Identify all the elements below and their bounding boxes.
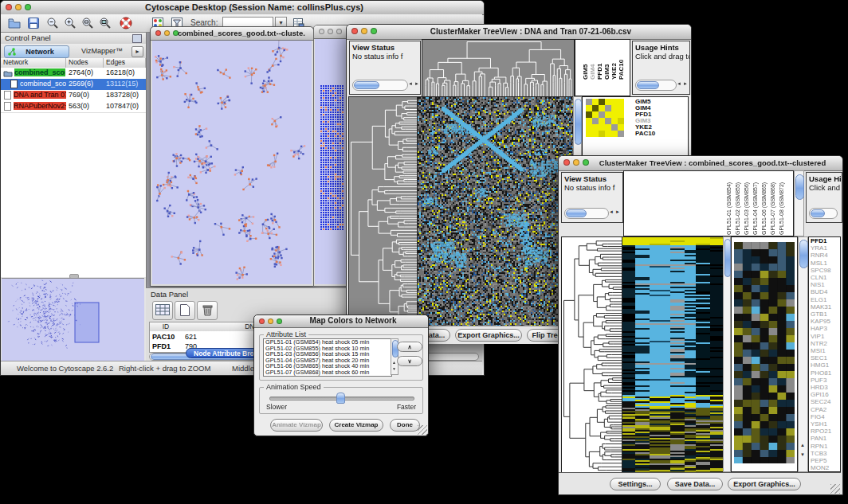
- network-row[interactable]: RNAPuberNov2+I 563(0) 107847(0): [1, 101, 146, 112]
- treeview1-column-dendrogram[interactable]: [422, 39, 575, 98]
- scroll-left-arrow[interactable]: ◄: [408, 81, 413, 86]
- done-button[interactable]: Done: [390, 419, 420, 432]
- view-status-scrollbar[interactable]: [564, 208, 609, 219]
- network-view-canvas[interactable]: [152, 41, 312, 284]
- table-cell-id[interactable]: PFD1: [152, 342, 171, 350]
- tab-network[interactable]: Network: [4, 45, 69, 58]
- export-graphics-button[interactable]: Export Graphics...: [455, 329, 522, 342]
- network-row[interactable]: DNA and Tran 07 769(0) 183728(0): [1, 90, 146, 101]
- id-column-header[interactable]: ID: [150, 322, 183, 331]
- scroll-right-arrow[interactable]: ►: [615, 209, 620, 214]
- speed-slider-thumb[interactable]: [336, 393, 345, 404]
- resize-grip[interactable]: [830, 484, 840, 494]
- background-network-view[interactable]: [315, 39, 347, 284]
- open-folder-icon[interactable]: [7, 16, 22, 30]
- resize-grip[interactable]: [418, 425, 427, 435]
- background-network-window[interactable]: [313, 25, 348, 287]
- zoom-out-icon[interactable]: [45, 16, 60, 30]
- background-network-canvas[interactable]: [320, 84, 344, 231]
- main-titlebar[interactable]: Cytoscape Desktop (Session Name: collins…: [1, 1, 484, 15]
- traffic-lights[interactable]: [351, 28, 377, 34]
- treeview1-matrix-thumbnail[interactable]: [586, 99, 624, 137]
- network-row-selected[interactable]: combined_sco 2569(6) 13112(15): [1, 79, 146, 90]
- col-edges[interactable]: Edges: [104, 58, 146, 68]
- gene-label[interactable]: PAN1: [809, 435, 840, 442]
- minimize-icon[interactable]: [15, 4, 22, 10]
- column-label[interactable]: GPL51-03 (GSM856): [744, 173, 752, 235]
- gene-label[interactable]: PUF3: [809, 377, 840, 384]
- gene-label[interactable]: PFD1: [809, 237, 840, 244]
- treeview2-zoom-heatmap[interactable]: [734, 242, 795, 463]
- column-label[interactable]: GPL51-06 (GSM865): [761, 173, 770, 235]
- minimize-icon[interactable]: [573, 159, 579, 166]
- column-label[interactable]: PFD1: [596, 41, 603, 80]
- treeview1-titlebar[interactable]: ClusterMaker TreeView : DNA and Tran 07-…: [347, 25, 691, 40]
- gene-label[interactable]: HRD3: [809, 384, 840, 391]
- table-cell-value[interactable]: 621: [185, 333, 197, 341]
- close-icon[interactable]: [351, 28, 358, 34]
- zoom-in-icon[interactable]: [63, 16, 77, 30]
- gene-label[interactable]: GTB1: [809, 311, 840, 318]
- column-label[interactable]: YKE2: [610, 41, 618, 80]
- col-network[interactable]: Network: [1, 58, 66, 68]
- network-view-titlebar[interactable]: combined_scores_good.txt--cluste...: [151, 27, 313, 41]
- gene-label[interactable]: SEC1: [809, 354, 840, 361]
- column-label[interactable]: GPL51-02 (GSM855): [735, 173, 744, 235]
- close-icon[interactable]: [155, 30, 161, 36]
- zoom-window-icon[interactable]: [371, 28, 377, 34]
- column-label[interactable]: GIM3: [603, 41, 610, 80]
- gene-label[interactable]: YSH1: [809, 420, 840, 428]
- gene-label[interactable]: RNR4: [809, 252, 840, 259]
- save-icon[interactable]: [26, 16, 41, 30]
- gene-label[interactable]: MSI1: [809, 347, 840, 354]
- tab-overflow-arrow[interactable]: ►: [132, 46, 143, 57]
- gene-label[interactable]: RPN1: [809, 443, 840, 450]
- background-window-titlebar[interactable]: [314, 25, 347, 39]
- export-graphics-button[interactable]: Export Graphics...: [728, 478, 801, 490]
- zoom-fit-icon[interactable]: [98, 16, 112, 30]
- gene-label[interactable]: CPA2: [809, 406, 840, 413]
- column-label[interactable]: GPL51-07 (GSM868): [770, 173, 779, 235]
- column-label[interactable]: GPL51-04 (GSM857): [752, 173, 761, 235]
- gene-label[interactable]: RPO21: [809, 428, 840, 435]
- move-up-button[interactable]: ∧: [397, 342, 422, 352]
- close-icon[interactable]: [6, 4, 12, 10]
- gene-label[interactable]: GPI16: [809, 391, 840, 398]
- traffic-lights-inactive[interactable]: [319, 29, 342, 34]
- treeview1-heatmap[interactable]: [417, 96, 575, 327]
- gene-label[interactable]: YRA1: [809, 244, 840, 252]
- treeview2-row-dendrogram[interactable]: [561, 236, 623, 474]
- new-attribute-icon[interactable]: [175, 301, 195, 320]
- column-label[interactable]: PAC10: [618, 41, 625, 80]
- treeview2-top-vscrollbar[interactable]: [794, 170, 804, 236]
- minimize-icon[interactable]: [164, 30, 170, 36]
- attribute-listbox[interactable]: GPL51-01 (GSM854) heat shock 05 minGPL51…: [263, 338, 392, 377]
- gene-label[interactable]: SPC98: [809, 267, 840, 274]
- column-label[interactable]: GPL51-01 (GSM854): [726, 173, 735, 235]
- network-overview-canvas[interactable]: [2, 279, 144, 361]
- help-lifering-icon[interactable]: [119, 16, 133, 30]
- column-label[interactable]: GPL51-08 (GSM872): [779, 173, 787, 235]
- zoom-window-icon[interactable]: [277, 318, 282, 324]
- view-status-scrollbar[interactable]: [352, 80, 408, 91]
- zoom-window-icon[interactable]: [25, 4, 31, 10]
- gene-label[interactable]: NTR2: [809, 340, 840, 347]
- gene-label[interactable]: BUD4: [809, 288, 840, 295]
- animate-vizmap-button[interactable]: Animate Vizmap: [270, 419, 323, 432]
- delete-attribute-icon[interactable]: [197, 301, 218, 320]
- gene-label[interactable]: MAK31: [809, 303, 840, 311]
- traffic-lights[interactable]: [259, 318, 282, 324]
- close-icon[interactable]: [319, 29, 324, 34]
- table-view-icon[interactable]: [152, 301, 173, 320]
- gene-label[interactable]: SEC24: [809, 398, 840, 405]
- scroll-down-arrow[interactable]: ▼: [392, 366, 396, 371]
- scroll-down-arrow[interactable]: ▼: [800, 452, 805, 457]
- gene-label[interactable]: PEP5: [809, 457, 840, 464]
- close-icon[interactable]: [563, 159, 570, 166]
- close-icon[interactable]: [259, 318, 265, 324]
- attribute-item[interactable]: GPL51-07 (GSM868) heat shock 60 min: [264, 369, 391, 376]
- gene-label[interactable]: FIG4: [809, 413, 840, 420]
- usage-hints-scrollbar[interactable]: [635, 80, 677, 91]
- treeview2-heatmap[interactable]: [622, 236, 724, 474]
- gene-label[interactable]: TCB3: [809, 450, 840, 457]
